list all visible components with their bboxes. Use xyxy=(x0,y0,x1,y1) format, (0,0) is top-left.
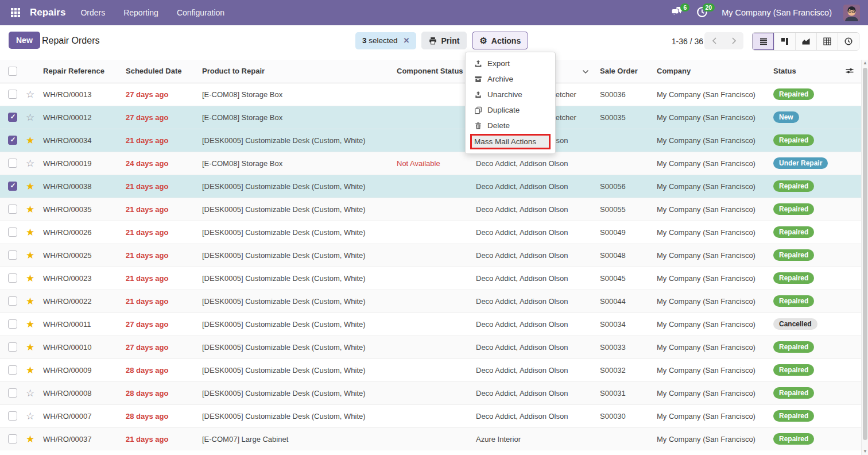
column-header-company[interactable]: Company xyxy=(653,60,769,83)
clear-selection-icon[interactable]: ✕ xyxy=(404,36,410,45)
scroll-down-arrow[interactable]: ▼ xyxy=(862,448,868,455)
delete-icon xyxy=(474,122,482,130)
star-toggle[interactable]: ★ xyxy=(26,342,34,353)
apps-grid-icon[interactable] xyxy=(8,5,23,20)
cell-scheduled-date: 28 days ago xyxy=(126,412,168,421)
star-toggle[interactable]: ★ xyxy=(26,434,34,445)
pager-counter: 1-36 / 36 xyxy=(672,37,703,46)
column-header-product-to-repair[interactable]: Product to Repair xyxy=(198,60,393,83)
nav-menu-orders[interactable]: Orders xyxy=(80,8,105,17)
table-row[interactable]: ★ WH/RO/00011 27 days ago [DESK0005] Cus… xyxy=(0,313,861,336)
star-toggle[interactable]: ☆ xyxy=(26,158,34,169)
menu-item-unarchive[interactable]: Unarchive xyxy=(466,87,555,102)
table-row[interactable]: ☆ WH/RO/00007 28 days ago [DESK0005] Cus… xyxy=(0,404,861,427)
table-row[interactable]: ☆ WH/RO/00008 28 days ago [DESK0005] Cus… xyxy=(0,381,861,404)
star-column-header xyxy=(22,60,39,83)
star-toggle[interactable]: ★ xyxy=(26,181,34,192)
row-checkbox[interactable] xyxy=(8,296,17,306)
row-checkbox[interactable] xyxy=(8,159,17,168)
star-toggle[interactable]: ★ xyxy=(26,365,34,376)
table-row[interactable]: ★ WH/RO/00026 21 days ago [DESK0005] Cus… xyxy=(0,221,861,244)
star-toggle[interactable]: ☆ xyxy=(26,411,34,422)
table-row[interactable]: ★ WH/RO/00009 28 days ago [DESK0005] Cus… xyxy=(0,358,861,381)
pager-previous-button[interactable] xyxy=(704,32,724,49)
row-checkbox[interactable] xyxy=(8,319,17,329)
table-row[interactable]: ★ WH/RO/00023 21 days ago [DESK0005] Cus… xyxy=(0,267,861,290)
cell-product: [DESK0005] Customizable Desk (Custom, Wh… xyxy=(198,404,393,427)
row-checkbox[interactable] xyxy=(8,182,17,191)
nav-menu-configuration[interactable]: Configuration xyxy=(177,8,224,17)
row-checkbox[interactable] xyxy=(8,228,17,237)
pivot-view-button[interactable] xyxy=(816,33,838,50)
top-navbar: Repairs Orders Reporting Configuration 6… xyxy=(0,0,868,25)
menu-item-delete[interactable]: Delete xyxy=(466,118,555,133)
star-toggle[interactable]: ☆ xyxy=(26,112,34,123)
scroll-up-arrow[interactable]: ▲ xyxy=(862,60,868,67)
activity-view-button[interactable] xyxy=(838,33,859,50)
cell-company: My Company (San Francisco) xyxy=(653,427,769,450)
company-switcher[interactable]: My Company (San Francisco) xyxy=(722,8,832,17)
table-row[interactable]: ☆ WH/RO/00019 24 days ago [E-COM08] Stor… xyxy=(0,152,861,175)
messages-menu[interactable]: 6 xyxy=(671,6,685,19)
star-toggle[interactable]: ★ xyxy=(26,227,34,238)
star-toggle[interactable]: ★ xyxy=(26,296,34,307)
star-toggle[interactable]: ★ xyxy=(26,319,34,330)
table-row[interactable]: ☆ WH/RO/00013 27 days ago [E-COM08] Stor… xyxy=(0,83,861,106)
scrollbar-thumb[interactable] xyxy=(863,68,867,440)
star-toggle[interactable]: ★ xyxy=(26,204,34,215)
table-row[interactable]: ★ WH/RO/00037 21 days ago [E-COM07] Larg… xyxy=(0,427,861,450)
table-row[interactable]: ★ WH/RO/00034 21 days ago [DESK0005] Cus… xyxy=(0,129,861,152)
column-header-scheduled-date[interactable]: Scheduled Date xyxy=(122,60,198,83)
select-all-checkbox-cell[interactable] xyxy=(0,60,22,83)
menu-item-duplicate[interactable]: Duplicate xyxy=(466,102,555,118)
row-checkbox[interactable] xyxy=(8,342,17,352)
table-row[interactable]: ★ WH/RO/00025 21 days ago [DESK0005] Cus… xyxy=(0,244,861,267)
actions-button[interactable]: ⚙ Actions xyxy=(472,32,528,49)
table-row[interactable]: ★ WH/RO/00010 27 days ago [DESK0005] Cus… xyxy=(0,336,861,358)
row-checkbox[interactable] xyxy=(8,90,17,99)
list-view-button[interactable] xyxy=(753,33,774,50)
row-checkbox[interactable] xyxy=(8,273,17,283)
table-row[interactable]: ☆ WH/RO/00012 27 days ago [E-COM08] Stor… xyxy=(0,106,861,129)
table-row[interactable]: ★ WH/RO/00035 21 days ago [DESK0005] Cus… xyxy=(0,198,861,221)
kanban-view-button[interactable] xyxy=(774,33,795,50)
list-view-icon xyxy=(759,37,768,46)
table-row[interactable]: ★ WH/RO/00022 21 days ago [DESK0005] Cus… xyxy=(0,290,861,313)
column-header-sale-order[interactable]: Sale Order xyxy=(596,60,653,83)
row-checkbox[interactable] xyxy=(8,205,17,214)
star-toggle[interactable]: ☆ xyxy=(26,89,34,100)
column-header-repair-reference[interactable]: Repair Reference xyxy=(39,60,122,83)
row-checkbox[interactable] xyxy=(8,365,17,375)
star-toggle[interactable]: ★ xyxy=(26,273,34,284)
column-header-status[interactable]: Status xyxy=(769,60,838,83)
graph-view-button[interactable] xyxy=(795,33,816,50)
star-toggle[interactable]: ★ xyxy=(26,250,34,261)
row-checkbox[interactable] xyxy=(8,136,17,145)
pager-next-button[interactable] xyxy=(724,32,743,49)
row-checkbox[interactable] xyxy=(8,250,17,260)
nav-menu-reporting[interactable]: Reporting xyxy=(123,8,158,17)
row-checkbox[interactable] xyxy=(8,113,17,122)
column-header-component-status[interactable]: Component Status xyxy=(393,60,472,83)
status-badge: Repaired xyxy=(773,134,814,146)
select-all-checkbox[interactable] xyxy=(8,67,17,76)
app-name[interactable]: Repairs xyxy=(30,7,65,18)
menu-item-export[interactable]: Export xyxy=(466,56,555,71)
cell-company: My Company (San Francisco) xyxy=(653,290,769,313)
cell-company: My Company (San Francisco) xyxy=(653,83,769,106)
menu-item-mass-mail-actions[interactable]: Mass Mail Actions xyxy=(470,134,551,149)
cell-repair-reference: WH/RO/00025 xyxy=(39,244,122,267)
optional-columns-button[interactable] xyxy=(838,60,861,83)
star-toggle[interactable]: ★ xyxy=(26,135,34,146)
cell-scheduled-date: 21 days ago xyxy=(126,182,168,191)
activities-menu[interactable]: 20 xyxy=(696,6,710,19)
print-button[interactable]: Print xyxy=(421,32,467,49)
menu-item-archive[interactable]: Archive xyxy=(466,71,555,87)
user-avatar[interactable] xyxy=(843,5,860,21)
star-toggle[interactable]: ☆ xyxy=(26,388,34,399)
new-button[interactable]: New xyxy=(9,32,40,49)
row-checkbox[interactable] xyxy=(8,434,17,444)
row-checkbox[interactable] xyxy=(8,411,17,421)
table-row[interactable]: ★ WH/RO/00038 21 days ago [DESK0005] Cus… xyxy=(0,175,861,198)
row-checkbox[interactable] xyxy=(8,388,17,398)
